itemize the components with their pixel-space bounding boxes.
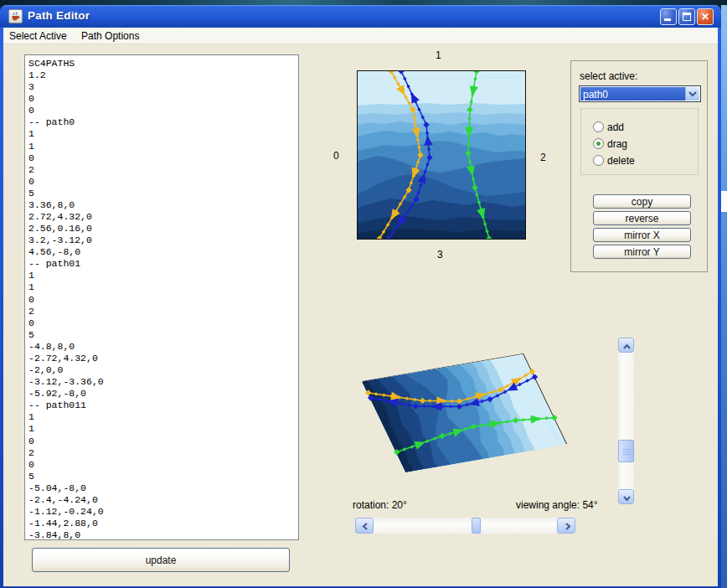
menu-bar: Select Active Path Options [3, 28, 718, 44]
path-text-area[interactable]: SC4PATHS 1.2 3 0 0 -- path0 1 1 0 2 0 5 … [24, 54, 299, 540]
content-area: SC4PATHS 1.2 3 0 0 -- path0 1 1 0 2 0 5 … [3, 44, 718, 586]
reverse-button[interactable]: reverse [593, 211, 691, 225]
scroll-left-button[interactable] [355, 518, 374, 534]
scroll-down-button[interactable] [618, 489, 634, 504]
minimize-button[interactable] [660, 8, 677, 25]
rotation-label: rotation: 20° [353, 499, 407, 511]
edge-label-left: 0 [333, 150, 339, 162]
viewing-angle-scrollbar-thumb[interactable] [618, 440, 634, 462]
scroll-right-button[interactable] [557, 518, 575, 534]
path-editor-window: Path Editor ✕ Select Active Path Options… [0, 5, 721, 588]
edge-label-top: 1 [436, 49, 441, 61]
arrow-up-icon [623, 343, 631, 350]
maximize-button[interactable] [678, 8, 695, 25]
scroll-up-button[interactable] [618, 338, 634, 353]
select-active-label: select active: [580, 70, 637, 82]
edge-label-bottom: 3 [437, 249, 443, 260]
arrow-right-icon [565, 523, 571, 530]
thumb-grip-icon [623, 449, 631, 450]
mirror-x-button[interactable]: mirror X [593, 228, 691, 242]
viewing-angle-scrollbar[interactable] [618, 338, 634, 504]
radio-circle [593, 121, 604, 132]
window-title: Path Editor [28, 9, 90, 22]
radio-circle [593, 138, 604, 149]
top-view-canvas[interactable] [357, 70, 526, 240]
combo-selected-value: path0 [580, 87, 685, 101]
background-window-edge [720, 191, 727, 212]
combo-dropdown-button[interactable] [685, 87, 699, 101]
menu-path-options[interactable]: Path Options [75, 28, 145, 44]
desktop-background-right [721, 5, 727, 588]
menu-select-active[interactable]: Select Active [3, 28, 73, 44]
edge-label-right: 2 [540, 152, 546, 163]
java-app-icon [8, 9, 23, 23]
mirror-y-button[interactable]: mirror Y [593, 245, 691, 259]
maximize-icon [683, 13, 691, 21]
copy-button[interactable]: copy [593, 194, 691, 209]
path-tools-panel: select active: path0 add drag dele [570, 60, 708, 272]
rotation-scrollbar-thumb[interactable] [472, 518, 481, 534]
perspective-view-canvas[interactable] [363, 353, 567, 472]
chevron-down-icon [688, 91, 697, 98]
minimize-icon [664, 18, 671, 21]
title-bar[interactable]: Path Editor ✕ [0, 5, 721, 28]
rotation-scrollbar[interactable] [355, 518, 575, 534]
close-button[interactable]: ✕ [697, 8, 714, 25]
close-icon: ✕ [698, 11, 713, 23]
update-button[interactable]: update [32, 548, 290, 572]
mode-groupbox: add drag delete [580, 108, 699, 175]
radio-circle [593, 155, 604, 166]
select-active-combo[interactable]: path0 [579, 85, 701, 102]
arrow-down-icon [623, 495, 631, 502]
viewing-angle-label: viewing angle: 54° [516, 499, 598, 511]
arrow-left-icon [362, 523, 369, 530]
